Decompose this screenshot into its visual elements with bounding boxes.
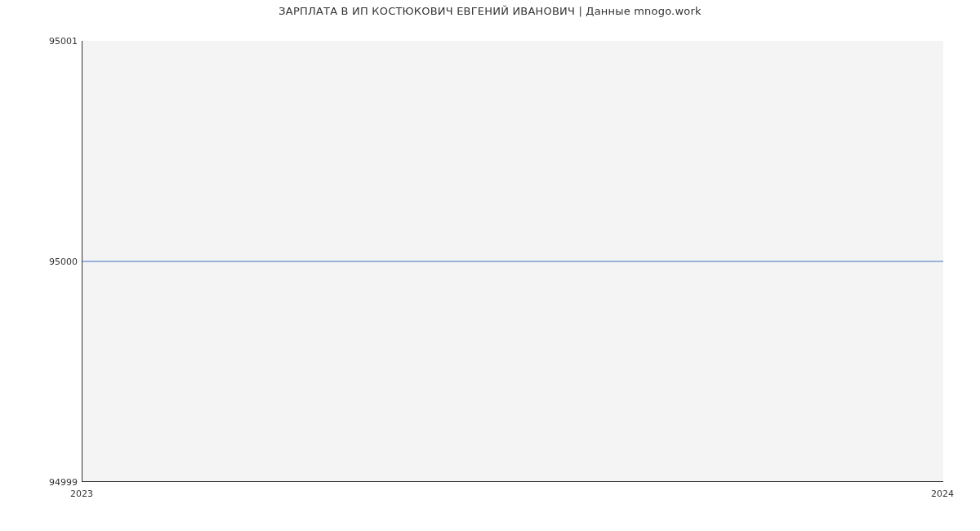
x-tick-right: 2024 [931,489,954,499]
y-tick-top: 95001 [4,36,78,47]
salary-line-chart: ЗАРПЛАТА В ИП КОСТЮКОВИЧ ЕВГЕНИЙ ИВАНОВИ… [0,0,980,531]
plot-area [82,41,943,482]
x-tick-left: 2023 [70,489,93,499]
chart-title: ЗАРПЛАТА В ИП КОСТЮКОВИЧ ЕВГЕНИЙ ИВАНОВИ… [0,5,980,17]
salary-series-line [82,261,943,261]
y-tick-mid: 95000 [4,257,78,267]
y-tick-bottom: 94999 [4,477,78,488]
